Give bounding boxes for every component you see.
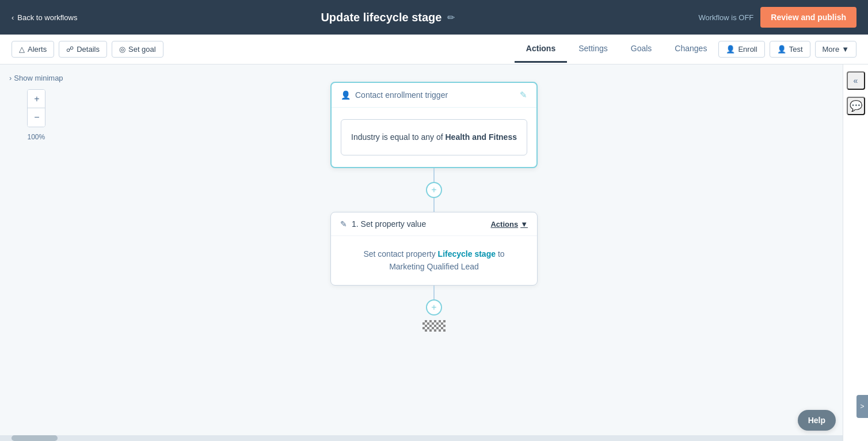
- test-button[interactable]: 👤 Test: [770, 41, 810, 58]
- connector-line-2: [433, 198, 435, 212]
- zoom-controls: + −: [27, 89, 45, 127]
- workflow-title-area: Update lifecycle stage ✏: [321, 11, 455, 24]
- action-node-wrapper: ✎ 1. Set property value Actions ▼ Set co…: [330, 212, 538, 286]
- chevron-left-icon: ‹: [12, 13, 14, 22]
- top-nav: ‹ Back to workflows Update lifecycle sta…: [0, 0, 868, 35]
- zoom-out-button[interactable]: −: [28, 108, 45, 127]
- trigger-condition-box[interactable]: Industry is equal to any of Health and F…: [341, 119, 527, 155]
- target-icon: ◎: [119, 45, 125, 54]
- tab-settings[interactable]: Settings: [567, 36, 619, 63]
- workflow-title: Update lifecycle stage: [321, 11, 441, 24]
- more-button[interactable]: More ▼: [815, 41, 857, 58]
- tab-goals[interactable]: Goals: [619, 36, 664, 63]
- alert-icon: △: [19, 45, 25, 54]
- connector-2: +: [426, 286, 442, 315]
- expand-icon: >: [860, 402, 864, 410]
- action-node-header-left: ✎ 1. Set property value: [340, 219, 426, 229]
- comments-button[interactable]: 💬: [847, 97, 865, 115]
- connector-line-1: [433, 168, 435, 182]
- trigger-edit-button[interactable]: ✎: [520, 90, 527, 100]
- actions-dropdown-label: Actions: [490, 220, 518, 229]
- set-goal-button[interactable]: ◎ Set goal: [112, 41, 163, 58]
- more-label: More: [823, 45, 840, 54]
- zoom-in-button[interactable]: +: [28, 90, 45, 108]
- trigger-header-label: Contact enrollment trigger: [355, 90, 448, 100]
- zoom-level-label: 100%: [27, 133, 45, 141]
- toolbar: △ Alerts ☍ Details ◎ Set goal Actions Se…: [0, 35, 868, 64]
- action-value-text: Marketing Qualified Lead: [389, 262, 479, 271]
- details-button[interactable]: ☍ Details: [59, 41, 107, 58]
- chevron-down-icon: ▼: [842, 45, 849, 54]
- workflow-canvas: 👤 Contact enrollment trigger ✎ Industry …: [0, 64, 868, 441]
- action-node-card: ✎ 1. Set property value Actions ▼ Set co…: [330, 212, 538, 286]
- edit-pencil-icon: ✎: [520, 90, 527, 100]
- trigger-node-body: Industry is equal to any of Health and F…: [332, 108, 536, 167]
- canvas-scrollbar[interactable]: [0, 435, 843, 441]
- action-node-header: ✎ 1. Set property value Actions ▼: [331, 212, 537, 236]
- edit-icon: ✏: [447, 12, 455, 23]
- action-step-label: 1. Set property value: [352, 219, 426, 229]
- enroll-button[interactable]: 👤 Enroll: [718, 41, 764, 58]
- left-panel: › Show minimap + − 100%: [0, 64, 73, 150]
- condition-value: Health and Fitness: [445, 132, 516, 142]
- action-node-body: Set contact property Lifecycle stage to …: [331, 236, 537, 285]
- collapse-panel-button[interactable]: «: [847, 71, 865, 90]
- show-minimap-toggle[interactable]: › Show minimap: [9, 74, 63, 82]
- bar-chart-icon: ☍: [66, 45, 74, 54]
- expand-panel-button[interactable]: >: [856, 395, 868, 418]
- workflow-end-marker: [422, 320, 446, 332]
- back-link-label: Back to workflows: [17, 13, 77, 22]
- set-goal-label: Set goal: [128, 45, 156, 54]
- alerts-button[interactable]: △ Alerts: [12, 41, 54, 58]
- toolbar-tabs: Actions Settings Goals Changes: [515, 36, 719, 63]
- person-icon: 👤: [341, 90, 351, 100]
- test-label: Test: [789, 45, 803, 54]
- connector-1: +: [426, 168, 442, 212]
- action-highlight-text: Lifecycle stage: [438, 249, 496, 258]
- trigger-node-header-left: 👤 Contact enrollment trigger: [341, 90, 448, 100]
- trigger-node-card: 👤 Contact enrollment trigger ✎ Industry …: [330, 82, 538, 168]
- enroll-icon: 👤: [726, 45, 735, 54]
- enroll-label: Enroll: [738, 45, 757, 54]
- trigger-node-wrapper: 👤 Contact enrollment trigger ✎ Industry …: [330, 82, 538, 168]
- edit-title-button[interactable]: ✏: [447, 12, 455, 23]
- help-button[interactable]: Help: [798, 410, 836, 431]
- set-property-icon: ✎: [340, 219, 347, 229]
- back-to-workflows-link[interactable]: ‹ Back to workflows: [12, 13, 77, 22]
- right-panel: « 💬: [843, 64, 868, 441]
- add-step-button-1[interactable]: +: [426, 182, 442, 198]
- toolbar-right: 👤 Enroll 👤 Test More ▼: [718, 41, 856, 58]
- add-step-button-2[interactable]: +: [426, 299, 442, 315]
- details-label: Details: [77, 45, 100, 54]
- condition-industry: Industry: [351, 132, 380, 142]
- alerts-label: Alerts: [28, 45, 47, 54]
- dropdown-arrow-icon: ▼: [520, 220, 528, 229]
- review-publish-button[interactable]: Review and publish: [760, 7, 856, 28]
- chevron-right-icon: ›: [9, 74, 12, 82]
- action-body-text: Set contact property: [363, 249, 435, 258]
- canvas-area: › Show minimap + − 100% 👤 Contact enroll…: [0, 64, 868, 441]
- action-to-text: to: [498, 249, 505, 258]
- show-minimap-label: Show minimap: [14, 74, 63, 82]
- tab-changes[interactable]: Changes: [663, 36, 718, 63]
- workflow-status-label: Workflow is OFF: [698, 13, 753, 22]
- comment-icon: 💬: [850, 100, 862, 112]
- toolbar-left: △ Alerts ☍ Details ◎ Set goal: [12, 41, 515, 58]
- actions-dropdown-button[interactable]: Actions ▼: [490, 220, 528, 229]
- top-nav-right: Workflow is OFF Review and publish: [698, 7, 856, 28]
- canvas-scrollbar-thumb[interactable]: [12, 435, 58, 441]
- test-icon: 👤: [777, 45, 786, 54]
- trigger-node-header: 👤 Contact enrollment trigger ✎: [332, 83, 536, 108]
- condition-equal-text: is equal to any of: [382, 132, 443, 142]
- tab-actions[interactable]: Actions: [515, 36, 567, 63]
- collapse-icon: «: [854, 76, 858, 85]
- connector-line-3: [433, 286, 435, 299]
